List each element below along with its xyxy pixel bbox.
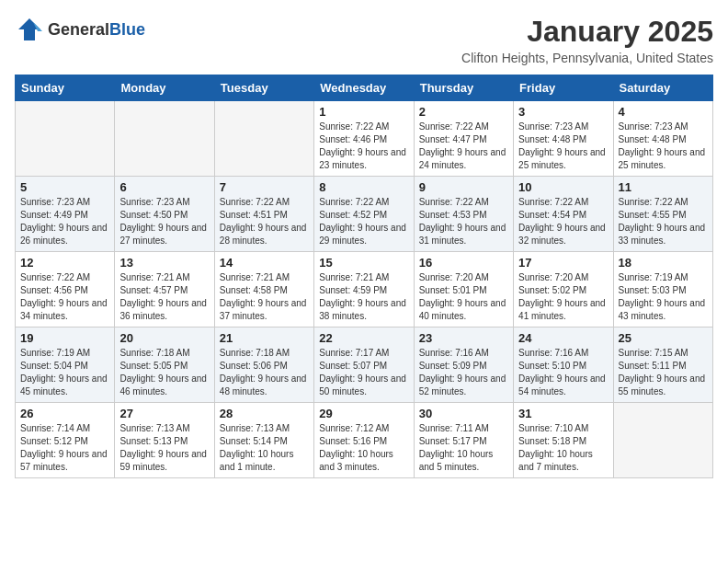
day-info: Sunrise: 7:23 AM Sunset: 4:50 PM Dayligh…	[119, 196, 209, 247]
calendar-cell: 27Sunrise: 7:13 AM Sunset: 5:13 PM Dayli…	[115, 403, 214, 478]
day-header-tuesday: Tuesday	[214, 75, 313, 101]
day-info: Sunrise: 7:17 AM Sunset: 5:07 PM Dayligh…	[319, 347, 408, 398]
day-info: Sunrise: 7:19 AM Sunset: 5:04 PM Dayligh…	[20, 347, 109, 398]
calendar-cell: 14Sunrise: 7:21 AM Sunset: 4:58 PM Dayli…	[214, 252, 313, 327]
calendar-cell: 19Sunrise: 7:19 AM Sunset: 5:04 PM Dayli…	[16, 327, 115, 403]
day-number: 13	[119, 256, 209, 270]
day-number: 29	[319, 407, 408, 420]
calendar-cell	[214, 101, 313, 177]
day-number: 19	[20, 331, 109, 345]
day-header-friday: Friday	[514, 75, 613, 101]
day-number: 23	[419, 331, 508, 345]
day-number: 11	[619, 180, 708, 194]
day-header-monday: Monday	[115, 75, 214, 101]
day-info: Sunrise: 7:21 AM Sunset: 4:59 PM Dayligh…	[319, 271, 408, 323]
day-number: 30	[419, 407, 508, 420]
day-info: Sunrise: 7:11 AM Sunset: 5:17 PM Dayligh…	[419, 422, 508, 474]
day-number: 9	[419, 180, 508, 194]
calendar-cell: 5Sunrise: 7:23 AM Sunset: 4:49 PM Daylig…	[16, 177, 115, 252]
calendar-cell: 17Sunrise: 7:20 AM Sunset: 5:02 PM Dayli…	[514, 252, 613, 327]
calendar-cell: 28Sunrise: 7:13 AM Sunset: 5:14 PM Dayli…	[214, 403, 313, 478]
day-info: Sunrise: 7:20 AM Sunset: 5:02 PM Dayligh…	[518, 271, 608, 323]
day-header-thursday: Thursday	[414, 75, 513, 101]
day-info: Sunrise: 7:16 AM Sunset: 5:10 PM Dayligh…	[518, 347, 608, 398]
day-number: 25	[619, 331, 708, 345]
day-info: Sunrise: 7:16 AM Sunset: 5:09 PM Dayligh…	[419, 347, 508, 398]
calendar-cell: 30Sunrise: 7:11 AM Sunset: 5:17 PM Dayli…	[414, 403, 513, 478]
day-info: Sunrise: 7:15 AM Sunset: 5:11 PM Dayligh…	[619, 347, 708, 398]
calendar-cell: 20Sunrise: 7:18 AM Sunset: 5:05 PM Dayli…	[115, 327, 214, 403]
calendar-cell: 29Sunrise: 7:12 AM Sunset: 5:16 PM Dayli…	[314, 403, 414, 478]
day-number: 22	[319, 331, 408, 345]
day-number: 4	[619, 105, 708, 119]
day-info: Sunrise: 7:12 AM Sunset: 5:16 PM Dayligh…	[319, 422, 408, 474]
day-number: 8	[319, 180, 408, 194]
calendar-cell: 18Sunrise: 7:19 AM Sunset: 5:03 PM Dayli…	[613, 252, 712, 327]
calendar-cell: 13Sunrise: 7:21 AM Sunset: 4:57 PM Dayli…	[115, 252, 214, 327]
day-info: Sunrise: 7:23 AM Sunset: 4:48 PM Dayligh…	[619, 121, 708, 172]
calendar-cell: 7Sunrise: 7:22 AM Sunset: 4:51 PM Daylig…	[214, 177, 313, 252]
day-header-saturday: Saturday	[613, 75, 712, 101]
day-info: Sunrise: 7:22 AM Sunset: 4:51 PM Dayligh…	[220, 196, 309, 247]
calendar-cell: 10Sunrise: 7:22 AM Sunset: 4:54 PM Dayli…	[514, 177, 613, 252]
day-number: 12	[20, 256, 109, 270]
logo: General Blue	[15, 15, 145, 44]
day-info: Sunrise: 7:22 AM Sunset: 4:46 PM Dayligh…	[319, 121, 408, 172]
calendar-cell: 11Sunrise: 7:22 AM Sunset: 4:55 PM Dayli…	[613, 177, 712, 252]
day-info: Sunrise: 7:20 AM Sunset: 5:01 PM Dayligh…	[419, 271, 508, 323]
calendar-cell	[115, 101, 214, 177]
calendar-week-row: 12Sunrise: 7:22 AM Sunset: 4:56 PM Dayli…	[16, 252, 713, 327]
day-info: Sunrise: 7:22 AM Sunset: 4:54 PM Dayligh…	[518, 196, 608, 247]
calendar-cell: 15Sunrise: 7:21 AM Sunset: 4:59 PM Dayli…	[314, 252, 414, 327]
day-info: Sunrise: 7:21 AM Sunset: 4:58 PM Dayligh…	[220, 271, 309, 323]
calendar-cell: 8Sunrise: 7:22 AM Sunset: 4:52 PM Daylig…	[314, 177, 414, 252]
day-info: Sunrise: 7:22 AM Sunset: 4:52 PM Dayligh…	[319, 196, 408, 247]
day-info: Sunrise: 7:18 AM Sunset: 5:05 PM Dayligh…	[119, 347, 209, 398]
day-number: 20	[119, 331, 209, 345]
day-number: 14	[220, 256, 309, 270]
day-info: Sunrise: 7:22 AM Sunset: 4:56 PM Dayligh…	[20, 271, 109, 323]
logo-blue: Blue	[109, 20, 145, 40]
calendar-week-row: 26Sunrise: 7:14 AM Sunset: 5:12 PM Dayli…	[16, 403, 713, 478]
day-info: Sunrise: 7:13 AM Sunset: 5:14 PM Dayligh…	[220, 422, 309, 474]
logo-general: General	[48, 20, 109, 40]
day-header-sunday: Sunday	[16, 75, 115, 101]
day-number: 3	[518, 105, 608, 119]
day-info: Sunrise: 7:22 AM Sunset: 4:53 PM Dayligh…	[419, 196, 508, 247]
day-number: 28	[220, 407, 309, 420]
day-number: 24	[518, 331, 608, 345]
calendar-cell: 31Sunrise: 7:10 AM Sunset: 5:18 PM Dayli…	[514, 403, 613, 478]
day-info: Sunrise: 7:22 AM Sunset: 4:55 PM Dayligh…	[619, 196, 708, 247]
month-title: January 2025	[461, 15, 713, 49]
calendar-cell: 25Sunrise: 7:15 AM Sunset: 5:11 PM Dayli…	[613, 327, 712, 403]
day-number: 17	[518, 256, 608, 270]
day-info: Sunrise: 7:13 AM Sunset: 5:13 PM Dayligh…	[119, 422, 209, 474]
day-info: Sunrise: 7:23 AM Sunset: 4:48 PM Dayligh…	[518, 121, 608, 172]
day-info: Sunrise: 7:10 AM Sunset: 5:18 PM Dayligh…	[518, 422, 608, 474]
day-info: Sunrise: 7:22 AM Sunset: 4:47 PM Dayligh…	[419, 121, 508, 172]
calendar-cell: 6Sunrise: 7:23 AM Sunset: 4:50 PM Daylig…	[115, 177, 214, 252]
calendar-week-row: 19Sunrise: 7:19 AM Sunset: 5:04 PM Dayli…	[16, 327, 713, 403]
day-info: Sunrise: 7:21 AM Sunset: 4:57 PM Dayligh…	[119, 271, 209, 323]
calendar-week-row: 1Sunrise: 7:22 AM Sunset: 4:46 PM Daylig…	[16, 101, 713, 177]
day-number: 6	[119, 180, 209, 194]
day-number: 27	[119, 407, 209, 420]
day-info: Sunrise: 7:18 AM Sunset: 5:06 PM Dayligh…	[220, 347, 309, 398]
day-number: 26	[20, 407, 109, 420]
day-number: 31	[518, 407, 608, 420]
calendar-cell: 4Sunrise: 7:23 AM Sunset: 4:48 PM Daylig…	[613, 101, 712, 177]
day-info: Sunrise: 7:19 AM Sunset: 5:03 PM Dayligh…	[619, 271, 708, 323]
day-number: 18	[619, 256, 708, 270]
logo-icon	[15, 15, 44, 44]
day-number: 7	[220, 180, 309, 194]
calendar-cell: 21Sunrise: 7:18 AM Sunset: 5:06 PM Dayli…	[214, 327, 313, 403]
day-number: 21	[220, 331, 309, 345]
day-number: 1	[319, 105, 408, 119]
day-number: 16	[419, 256, 508, 270]
day-number: 10	[518, 180, 608, 194]
calendar-cell: 9Sunrise: 7:22 AM Sunset: 4:53 PM Daylig…	[414, 177, 513, 252]
calendar-cell: 26Sunrise: 7:14 AM Sunset: 5:12 PM Dayli…	[16, 403, 115, 478]
day-info: Sunrise: 7:14 AM Sunset: 5:12 PM Dayligh…	[20, 422, 109, 474]
location-title: Clifton Heights, Pennsylvania, United St…	[461, 51, 713, 65]
calendar-cell: 12Sunrise: 7:22 AM Sunset: 4:56 PM Dayli…	[16, 252, 115, 327]
